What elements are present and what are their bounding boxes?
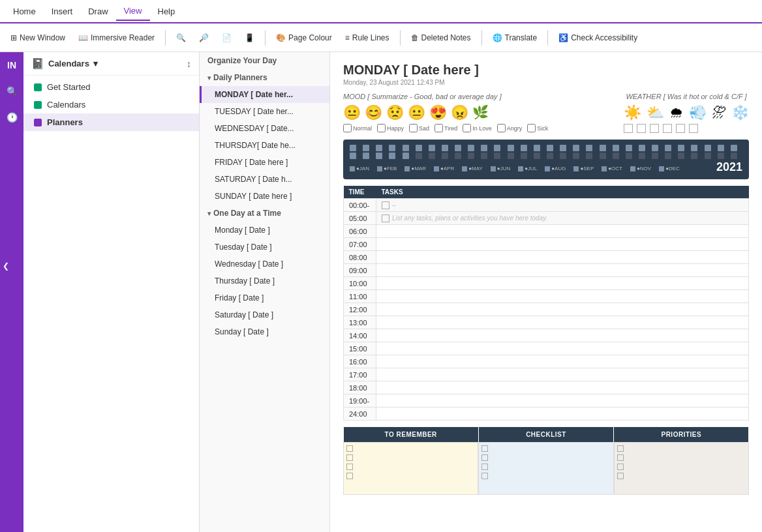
tracker-cell[interactable] [376,145,382,151]
tracker-cell[interactable] [626,145,632,151]
mood-emoji-0[interactable]: 😐 [343,104,361,121]
cb-happy[interactable] [377,124,386,132]
cl-check-3[interactable] [481,473,488,479]
tracker-cell[interactable] [376,153,382,159]
zoom-out-button[interactable]: 🔍 [171,31,191,45]
task-cell[interactable] [376,277,749,290]
tracker-cell[interactable] [403,145,409,151]
tracker-cell[interactable] [389,153,395,159]
tracker-cell[interactable] [586,145,592,151]
cb-angry[interactable] [497,124,506,132]
tracker-cell[interactable] [718,153,724,159]
tracker-cell[interactable] [534,153,540,159]
tracker-cell[interactable] [613,153,619,159]
tracker-cell[interactable] [639,145,645,151]
cl-check-2[interactable] [481,464,488,470]
task-cell[interactable] [376,225,749,238]
tracker-cell[interactable] [600,145,606,151]
rule-lines-button[interactable]: ≡ Rule Lines [340,31,395,45]
page-sun[interactable]: Sunday [ Date ] [200,323,329,340]
mood-emoji-3[interactable]: 😐 [408,104,425,121]
cb-tired[interactable] [434,124,443,132]
menu-help[interactable]: Help [150,3,183,20]
zoom-in-button[interactable]: 🔎 [194,31,214,45]
tracker-cell[interactable] [718,145,724,151]
menu-insert[interactable]: Insert [44,3,81,20]
section-planners[interactable]: Planners [23,113,199,131]
cb-sick[interactable] [527,124,536,132]
tracker-cell[interactable] [547,145,553,151]
deleted-notes-button[interactable]: 🗑 Deleted Notes [406,31,476,45]
icon-bar-notebooks[interactable]: IN [5,57,19,73]
mood-emoji-2[interactable]: 😟 [386,104,404,121]
menu-draw[interactable]: Draw [80,3,115,20]
mood-emoji-5[interactable]: 😠 [451,104,468,121]
task-cell[interactable] [376,342,749,355]
sort-icon[interactable]: ↕ [187,59,191,69]
tracker-cell[interactable] [363,153,369,159]
tracker-cell[interactable] [403,153,409,159]
tracker-cell[interactable] [508,153,514,159]
tracker-cell[interactable] [429,145,435,151]
tracker-cell[interactable] [652,153,658,159]
page-tue[interactable]: Tuesday [ Date ] [200,239,329,256]
page-fri[interactable]: Friday [ Date ] [200,289,329,306]
tracker-cell[interactable] [678,153,684,159]
tracker-cell[interactable] [389,145,395,151]
tracker-cell[interactable] [468,145,474,151]
tracker-cell[interactable] [494,145,500,151]
tracker-cell[interactable] [665,145,671,151]
tracker-cell[interactable] [691,153,697,159]
rem-check-1[interactable] [346,454,353,461]
collapse-icon-oneday[interactable]: ▾ [207,210,211,217]
page-thu[interactable]: Thursday [ Date ] [200,273,329,289]
collapse-icon-daily[interactable]: ▾ [207,74,211,81]
page-tuesday[interactable]: TUESDAY [ Date her... [200,103,329,120]
weather-cb-5[interactable] [689,124,698,133]
tracker-cell[interactable] [691,145,697,151]
task-cell[interactable] [376,381,749,394]
tracker-cell[interactable] [534,145,540,151]
tracker-cell[interactable] [731,145,737,151]
section-get-started[interactable]: Get Started [23,78,199,96]
task-cell[interactable]: – [376,199,749,212]
tracker-cell[interactable] [442,153,448,159]
one-day-header[interactable]: ▾ One Day at a Time [200,205,329,222]
pr-check-0[interactable] [617,445,624,452]
page-wednesday[interactable]: WEDNESDAY [ Date... [200,120,329,137]
weather-cloud[interactable]: ⛅ [647,104,664,121]
mobile-view-button[interactable]: 📱 [239,31,260,45]
expand-button[interactable]: ❮ [0,253,12,279]
page-sat[interactable]: Saturday [ Date ] [200,306,329,323]
tracker-cell[interactable] [560,153,566,159]
tracker-cell[interactable] [665,153,671,159]
page-colour-button[interactable]: 🎨 Page Colour [271,31,337,45]
weather-cb-1[interactable] [637,124,646,133]
page-sunday[interactable]: SUNDAY [ Date here ] [200,188,329,205]
tracker-cell[interactable] [429,153,435,159]
tracker-cell[interactable] [363,145,369,151]
accessibility-button[interactable]: ♿ Check Accessibility [553,31,643,45]
cb-sad[interactable] [409,124,418,132]
task-cell[interactable] [376,329,749,342]
tracker-cell[interactable] [442,145,448,151]
page-monday[interactable]: MONDAY [ Date her... [200,86,329,103]
tracker-cell[interactable] [613,145,619,151]
task-cell[interactable] [376,355,749,368]
task-cell[interactable] [376,290,749,303]
tracker-cell[interactable] [639,153,645,159]
section-calendars[interactable]: Calendars [23,96,199,113]
immersive-reader-button[interactable]: 📖 Immersive Reader [73,31,160,45]
weather-snow[interactable]: ❄️ [731,104,749,121]
task-cell[interactable] [376,251,749,264]
page-title[interactable]: MONDAY [ Date here ] [343,63,749,78]
weather-wind[interactable]: 💨 [689,104,707,121]
cb-normal[interactable] [343,124,352,132]
tracker-cell[interactable] [481,145,487,151]
page-mon[interactable]: Monday [ Date ] [200,222,329,239]
rem-check-3[interactable] [346,473,353,479]
tracker-cell[interactable] [705,153,711,159]
tracker-cell[interactable] [600,153,606,159]
icon-bar-recent[interactable]: 🕐 [4,110,20,125]
weather-cb-3[interactable] [663,124,672,133]
